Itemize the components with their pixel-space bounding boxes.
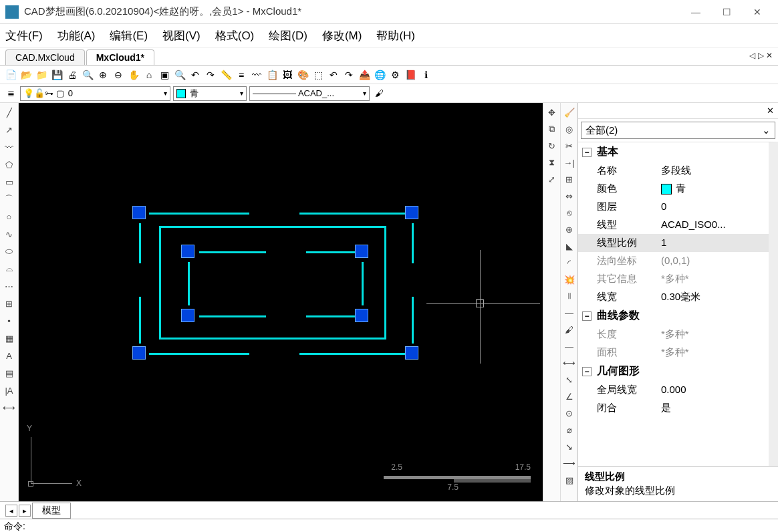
tab-next-icon[interactable]: ▸: [19, 505, 31, 517]
open-icon[interactable]: 📂: [19, 68, 33, 82]
mirror-icon[interactable]: ⧗: [545, 156, 559, 169]
property-row[interactable]: 线型比例1: [578, 234, 769, 252]
table-icon[interactable]: ▤: [3, 366, 16, 380]
fillet-icon[interactable]: ◜: [563, 256, 576, 269]
panel-close-icon[interactable]: ✕: [767, 106, 774, 116]
property-row[interactable]: 其它信息*多种*: [578, 270, 769, 288]
dim-diameter-icon[interactable]: ⌀: [563, 423, 576, 436]
extend-icon[interactable]: →|: [563, 156, 576, 169]
menu-draw[interactable]: 绘图(D): [269, 28, 307, 43]
select-icon[interactable]: ⬚: [311, 68, 325, 82]
ray-icon[interactable]: ↗: [3, 123, 16, 136]
property-group[interactable]: −曲线参数: [578, 306, 769, 325]
leader-icon[interactable]: ↘: [563, 440, 576, 453]
grip[interactable]: [355, 245, 368, 258]
property-row[interactable]: 图层0: [578, 198, 769, 216]
new-icon[interactable]: 📄: [4, 68, 17, 82]
menu-modify[interactable]: 修改(M): [322, 28, 362, 43]
close-button[interactable]: ✕: [742, 2, 773, 22]
property-row[interactable]: 全局线宽0.000: [578, 381, 769, 399]
minimize-button[interactable]: —: [680, 2, 711, 22]
image-icon[interactable]: 🖼: [281, 68, 294, 82]
arc-icon[interactable]: ⌒: [3, 192, 16, 206]
grip[interactable]: [405, 346, 418, 360]
grip[interactable]: [181, 245, 194, 258]
mtext-icon[interactable]: |A: [3, 384, 16, 397]
zoom-out-icon[interactable]: ⊖: [112, 68, 125, 82]
print-icon[interactable]: 🖨: [66, 68, 79, 82]
menu-help[interactable]: 帮助(H): [376, 28, 415, 43]
circle-icon[interactable]: ○: [3, 210, 16, 223]
offset-icon[interactable]: ◎: [563, 122, 576, 136]
polygon-icon[interactable]: ⬠: [3, 158, 16, 171]
menu-function[interactable]: 功能(A): [57, 28, 96, 43]
grip[interactable]: [355, 309, 368, 322]
properties-icon[interactable]: 📋: [265, 68, 279, 82]
spline-icon[interactable]: ∿: [3, 227, 16, 241]
redo-icon[interactable]: ↷: [204, 68, 217, 82]
property-group[interactable]: −基本: [578, 142, 769, 162]
tab-cad-mxcloud[interactable]: CAD.MxCloud: [5, 49, 85, 65]
zoom-in-icon[interactable]: ⊕: [96, 68, 110, 82]
menu-format[interactable]: 格式(O): [215, 28, 255, 43]
selection-combo[interactable]: 全部(2) ⌄: [581, 122, 775, 139]
join-icon[interactable]: ⊕: [563, 223, 576, 236]
insert-block-icon[interactable]: ⊞: [3, 297, 16, 310]
text-icon[interactable]: A: [3, 349, 16, 362]
point-icon[interactable]: •: [3, 314, 16, 327]
grip[interactable]: [132, 346, 146, 360]
zoom-realtime-icon[interactable]: 🔍: [173, 68, 186, 82]
property-row[interactable]: 线型ACAD_ISO0...: [578, 216, 769, 234]
layers-icon[interactable]: ≡: [235, 68, 248, 82]
dim-linear-icon[interactable]: ⟷: [563, 356, 576, 370]
property-row[interactable]: 闭合是: [578, 399, 769, 417]
dim-angular-icon[interactable]: ∠: [563, 390, 576, 403]
dimension-icon[interactable]: ⟷: [3, 401, 16, 414]
web-icon[interactable]: 🌐: [373, 68, 386, 82]
browse-icon[interactable]: 📁: [35, 68, 48, 82]
hatch-icon[interactable]: ▦: [3, 331, 16, 345]
color-combo[interactable]: 青 ▾: [173, 86, 247, 101]
array-icon[interactable]: ⊞: [563, 172, 576, 186]
break-icon[interactable]: ⎋: [563, 206, 576, 219]
matchprop-icon[interactable]: 🖌: [563, 323, 576, 336]
dim-radius-icon[interactable]: ⊙: [563, 406, 576, 420]
menu-file[interactable]: 文件(F): [5, 28, 43, 43]
ellipse-icon[interactable]: ⬭: [3, 245, 16, 258]
erase-icon[interactable]: 🧹: [563, 106, 576, 119]
dim-continue-icon[interactable]: ⟶: [563, 456, 576, 470]
dim-aligned-icon[interactable]: ⤡: [563, 373, 576, 386]
chamfer-icon[interactable]: ◣: [563, 239, 576, 253]
model-tab[interactable]: 模型: [32, 503, 71, 519]
property-row[interactable]: 线宽0.30毫米: [578, 288, 769, 306]
pdf-icon[interactable]: 📕: [404, 68, 417, 82]
tab-prev-icon[interactable]: ◂: [5, 505, 17, 517]
line-icon[interactable]: ╱: [3, 106, 16, 119]
zoom-previous-icon[interactable]: ↶: [188, 68, 202, 82]
pan-icon[interactable]: ✋: [127, 68, 140, 82]
redo2-icon[interactable]: ↷: [342, 68, 356, 82]
tab-nav[interactable]: ◁ ▷ ✕: [749, 51, 773, 60]
stretch-icon[interactable]: ⇔: [563, 189, 576, 203]
export-icon[interactable]: 📤: [358, 68, 371, 82]
about-icon[interactable]: ℹ: [419, 68, 432, 82]
polyline-middle[interactable]: [159, 226, 386, 340]
linetype-combo[interactable]: ————— ACAD_... ▾: [249, 86, 370, 101]
property-row[interactable]: 颜色青: [578, 180, 769, 198]
rotate-icon[interactable]: ↻: [545, 139, 559, 152]
drawing-canvas[interactable]: Y X 2.5 17.5 7.5: [19, 103, 543, 501]
trim-icon[interactable]: ✂: [563, 139, 576, 152]
layer-manager-icon[interactable]: ≣: [4, 87, 17, 100]
property-row[interactable]: 法向坐标(0,0,1): [578, 252, 769, 270]
region-icon[interactable]: ▨: [563, 473, 576, 487]
align-icon[interactable]: ⫴: [563, 289, 576, 303]
copy-icon[interactable]: ⧉: [545, 122, 559, 136]
zoom-all-icon[interactable]: ▣: [158, 68, 171, 82]
property-row[interactable]: 面积*多种*: [578, 344, 769, 362]
polyline-icon[interactable]: 〰: [3, 140, 16, 154]
settings-icon[interactable]: ⚙: [388, 68, 402, 82]
grip[interactable]: [132, 206, 146, 219]
grip[interactable]: [405, 206, 418, 219]
maximize-button[interactable]: ☐: [711, 2, 742, 22]
property-row[interactable]: 长度*多种*: [578, 325, 769, 344]
